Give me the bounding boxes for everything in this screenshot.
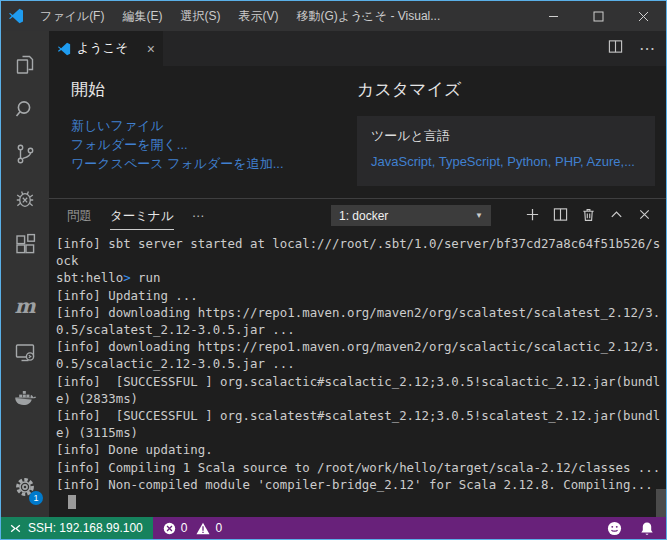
terminal-line: e) (2833ms) (56, 390, 666, 407)
customize-heading: カスタマイズ (357, 78, 461, 101)
window-title: ようこそ - Visual... (338, 1, 440, 31)
remote-icon (9, 522, 22, 535)
terminal-scrollbar[interactable] (656, 489, 666, 517)
editor-more-icon[interactable]: ⋯ (639, 39, 656, 58)
source-control-icon[interactable] (1, 131, 49, 176)
customize-section: カスタマイズ (357, 78, 461, 101)
panel-tab-terminal[interactable]: ターミナル (110, 202, 174, 230)
terminal-line: [info] sbt server started at local:///ro… (56, 235, 666, 252)
menubar: ファイル(F) 編集(E) 選択(S) 表示(V) 移動(G) ⋯ (31, 1, 380, 31)
window-body: m (1, 31, 666, 517)
titlebar: ファイル(F) 編集(E) 選択(S) 表示(V) 移動(G) ⋯ ようこそ -… (1, 1, 666, 31)
split-editor-icon[interactable] (608, 39, 623, 58)
link-new-file[interactable]: 新しいファイル (71, 117, 284, 135)
terminal-line: 0.5/scalatest_2.12-3.0.5.jar ... (56, 321, 666, 338)
remote-label: SSH: 192.168.99.100 (28, 521, 143, 535)
kill-terminal-icon[interactable] (581, 207, 596, 225)
start-section: 開始 新しいファイル フォルダーを開く... ワークスペース フォルダーを追加.… (71, 78, 284, 173)
tools-languages-card[interactable]: ツールと言語 JavaScript, TypeScript, Python, P… (357, 116, 655, 186)
activity-bar: m (1, 31, 49, 517)
terminal-line: [info] downloading https://repo1.maven.o… (56, 304, 666, 321)
statusbar-spacer (232, 517, 598, 539)
editor-area: ようこそ × ⋯ 開始 新しいファイル フォルダーを開く... (49, 31, 666, 517)
remote-explorer-icon[interactable] (1, 329, 49, 374)
menu-file[interactable]: ファイル(F) (31, 1, 113, 31)
settings-badge: 1 (29, 491, 43, 505)
maximize-panel-icon[interactable] (609, 207, 624, 225)
menu-view[interactable]: 表示(V) (229, 1, 287, 31)
vscode-file-icon (57, 42, 71, 56)
tools-card-links[interactable]: JavaScript, TypeScript, Python, PHP, Azu… (371, 154, 641, 169)
settings-gear-icon[interactable]: 1 (1, 464, 49, 509)
maximize-button[interactable] (576, 1, 621, 31)
metals-icon[interactable]: m (1, 284, 49, 329)
panel: 問題 ターミナル ⋯ 1: docker ▼ (49, 198, 666, 517)
terminal-line: [info] [SUCCESSFUL ] org.scalactic#scala… (56, 373, 666, 390)
terminal-line: [info] Updating ... (56, 287, 666, 304)
panel-more-icon[interactable]: ⋯ (192, 208, 206, 223)
link-open-folder[interactable]: フォルダーを開く... (71, 136, 284, 154)
terminal-line: sbt:hello> run (56, 269, 666, 286)
tab-welcome[interactable]: ようこそ × (49, 31, 163, 66)
terminal-select[interactable]: 1: docker ▼ (331, 205, 491, 226)
problems-status[interactable]: 0 0 (153, 517, 232, 539)
close-panel-icon[interactable] (637, 207, 652, 225)
window-controls (531, 1, 666, 31)
svg-text:m: m (14, 294, 36, 318)
terminal-line: [info] downloading https://repo1.maven.o… (56, 338, 666, 355)
terminal-line: [info] Done updating. (56, 441, 666, 458)
panel-actions (525, 199, 652, 232)
status-bar: SSH: 192.168.99.100 0 0 (1, 517, 666, 539)
vscode-window: ファイル(F) 編集(E) 選択(S) 表示(V) 移動(G) ⋯ ようこそ -… (0, 0, 667, 540)
tools-card-title: ツールと言語 (371, 127, 641, 145)
vscode-logo-icon (1, 8, 31, 24)
menu-selection[interactable]: 選択(S) (171, 1, 229, 31)
terminal-line (56, 493, 666, 510)
minimize-button[interactable] (531, 1, 576, 31)
tab-label: ようこそ (77, 40, 128, 57)
editor-actions: ⋯ (608, 31, 656, 66)
terminal-line: e) (3115ms) (56, 424, 666, 441)
select-arrow-icon: ▼ (475, 211, 483, 220)
search-icon[interactable] (1, 86, 49, 131)
terminal-cursor (68, 495, 76, 509)
terminal-line: ock (56, 252, 666, 269)
feedback-smiley-icon[interactable] (598, 517, 631, 539)
new-terminal-icon[interactable] (525, 207, 540, 225)
split-terminal-icon[interactable] (553, 207, 568, 225)
menu-edit[interactable]: 編集(E) (113, 1, 171, 31)
terminal-line: [info] Compiling 1 Scala source to /root… (56, 459, 666, 476)
remote-indicator[interactable]: SSH: 192.168.99.100 (1, 517, 153, 539)
start-heading: 開始 (71, 78, 284, 101)
error-count: 0 (181, 521, 188, 535)
debug-icon[interactable] (1, 176, 49, 221)
error-icon (163, 522, 176, 535)
warning-icon (196, 522, 210, 535)
panel-tab-problems[interactable]: 問題 (67, 202, 92, 229)
terminal-select-value: 1: docker (339, 209, 388, 223)
docker-icon[interactable] (1, 374, 49, 419)
welcome-page: 開始 新しいファイル フォルダーを開く... ワークスペース フォルダーを追加.… (49, 66, 666, 198)
warning-count: 0 (215, 521, 222, 535)
terminal-line: [info] Non-compiled module 'compiler-bri… (56, 476, 666, 493)
link-add-workspace-folder[interactable]: ワークスペース フォルダーを追加... (71, 155, 284, 173)
terminal-output[interactable]: [info] sbt server started at local:///ro… (49, 232, 666, 517)
tab-close-icon[interactable]: × (147, 42, 155, 56)
notifications-bell-icon[interactable] (631, 517, 666, 539)
close-button[interactable] (621, 1, 666, 31)
terminal-line: 0.5/scalactic_2.12-3.0.5.jar ... (56, 355, 666, 372)
panel-header: 問題 ターミナル ⋯ 1: docker ▼ (49, 199, 666, 232)
extensions-icon[interactable] (1, 221, 49, 266)
explorer-icon[interactable] (1, 41, 49, 86)
terminal-line: [info] [SUCCESSFUL ] org.scalatest#scala… (56, 407, 666, 424)
tab-bar: ようこそ × ⋯ (49, 31, 666, 66)
